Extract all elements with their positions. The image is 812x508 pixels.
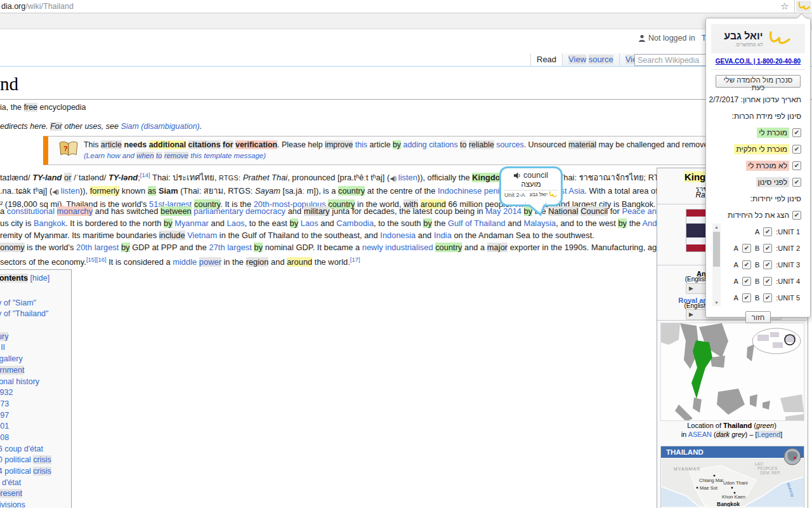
contents-item[interactable]: 7 to 2001: [0, 421, 71, 432]
unit-part-letter: A: [734, 277, 738, 285]
contents-item[interactable]: d government: [0, 365, 71, 377]
unit-part-letter: B: [755, 294, 759, 302]
svg-text:Chiang Mai: Chiang Mai: [699, 478, 723, 483]
tab-read[interactable]: Read: [530, 53, 562, 67]
contents-item[interactable]: mology of "Siam": [0, 298, 71, 309]
units-list: UNIT 1:✔AUNIT 2:✔B✔AUNIT 3:✔B✔AUNIT 4:✔B…: [712, 224, 801, 306]
svg-text:DEM. REP.: DEM. REP.: [760, 471, 781, 475]
contents-hide-toggle[interactable]: [hide]: [30, 274, 50, 283]
article-text-line: remity of Myanmar. Its maritime boundari…: [0, 229, 739, 241]
show-all-units-label: הצג את כל היחידות: [728, 211, 789, 220]
contents-item[interactable]: h century: [0, 331, 71, 343]
unit-checkbox[interactable]: ✔: [763, 244, 772, 253]
filter-checkbox[interactable]: ✔: [792, 178, 801, 187]
contents-item[interactable]: 8–2010 political crisis: [0, 455, 71, 466]
url-path: /wiki/Thailand: [25, 2, 74, 11]
bookmarks-bar[interactable]: [0, 13, 812, 29]
contents-item[interactable]: mology of "Thailand": [0, 309, 71, 320]
filter-checkbox[interactable]: ✔: [792, 128, 801, 137]
article-text-line: onomy is the world's 20th largest by GDP…: [0, 241, 733, 253]
cia-map-body: MYANMAR LAO PEOPLE'S DEM. REP. Chiang Ma…: [661, 458, 804, 507]
unit-checkbox[interactable]: ✔: [763, 293, 772, 302]
contents-item[interactable]: nstitutional history: [0, 377, 71, 388]
book-question-icon: ?: [58, 141, 79, 157]
browser-url-bar[interactable]: dia.org/wiki/Thailand ☆: [0, 0, 812, 13]
tooltip-brand: יואל גבע: [530, 191, 558, 198]
unit-part-letter: B: [755, 261, 759, 269]
familiarity-filters: ✔מוכרת לי✔מוכרת לי חלקית✔לא מוכרת לי✔לפנ…: [706, 128, 810, 187]
contents-box: Contents [hide] ymology of "Siam"mology …: [0, 269, 72, 508]
unit-checkbox[interactable]: ✔: [742, 277, 751, 286]
back-button[interactable]: חזור: [745, 311, 771, 323]
show-all-units-checkbox[interactable]: ✔: [792, 211, 801, 220]
phone-link[interactable]: 1-800-20-40-80 | GEVA.CO.IL: [706, 58, 810, 65]
bookmark-star-icon[interactable]: ☆: [780, 1, 789, 12]
scroll-down-icon[interactable]: ▼: [712, 300, 721, 305]
contents-list: ymology of "Siam"mology of "Thailand"h c…: [0, 286, 71, 508]
article-text-line: sectors of the economy.[15][16] It is co…: [0, 253, 733, 268]
site-subtitle: ia, the free encyclopedia: [0, 103, 86, 112]
url-text[interactable]: dia.org/wiki/Thailand: [1, 2, 74, 11]
unit-checkbox[interactable]: ✔: [742, 244, 751, 253]
contents-header: Contents [hide]: [0, 274, 71, 283]
unit-checkbox[interactable]: ✔: [742, 260, 751, 269]
translation-tooltip: council מועצה Unit 2-A יואל גבע: [499, 166, 563, 206]
contents-item[interactable]: y: [0, 286, 71, 298]
filter-checkbox[interactable]: ✔: [792, 161, 801, 170]
brand-tagline: לא מתפשרים.: [724, 42, 763, 48]
contents-item[interactable]: .1 2006 coup d'état: [0, 444, 71, 455]
scroll-up-icon[interactable]: ▲: [712, 225, 721, 229]
unit-part-letter: A: [755, 228, 759, 236]
tab-view-source[interactable]: View source: [562, 53, 619, 67]
filter-label: מוכרת לי: [757, 128, 789, 138]
unit-part-letter: B: [755, 277, 759, 285]
tooltip-word-row: council: [501, 171, 561, 180]
unit-row: UNIT 5:✔B✔A: [723, 290, 801, 306]
contents-item[interactable]: 3–2014 political crisis: [0, 466, 71, 478]
unit-checkbox[interactable]: ✔: [763, 277, 772, 286]
filter-units-label: סינון לפי יחידות:: [706, 194, 810, 203]
scrollbar-thumb[interactable]: [713, 232, 720, 267]
units-scrollbar[interactable]: ▲ ▼: [712, 224, 721, 306]
play-icon[interactable]: ▶: [689, 285, 693, 291]
svg-text:Mae Sot: Mae Sot: [700, 485, 718, 491]
unit-checkbox[interactable]: ✔: [763, 260, 772, 269]
paragraph-3: onomy is the world's 20th largest by GDP…: [0, 241, 733, 268]
play-icon[interactable]: ▶: [689, 311, 693, 318]
filter-label: לא מוכרת לי: [746, 161, 789, 171]
contents-item[interactable]: 4 coup d'état: [0, 478, 71, 489]
tooltip-brand-name: יואל גבע: [530, 192, 547, 197]
paragraph-2: a constitutional monarchy and has switch…: [0, 205, 739, 241]
user-icon: [638, 34, 646, 42]
contents-item[interactable]: ative divisions: [0, 500, 71, 508]
filter-familiarity-label: סינון לפי מידת הכרות:: [706, 112, 810, 121]
tooltip-footer: Unit 2-A יואל גבע: [501, 190, 561, 198]
contents-item[interactable]: ld War II: [0, 342, 71, 354]
contents-item[interactable]: 2 to 1973: [0, 399, 71, 410]
extension-icon[interactable]: [796, 1, 811, 12]
contents-item[interactable]: 3 to 1997: [0, 410, 71, 422]
unit-label: UNIT 4:: [776, 277, 800, 285]
map-caption-2: in ASEAN (dark grey) – [Legend]: [657, 431, 806, 438]
thailand-cia-map[interactable]: THAILAND MYANMAR LAO PEOPLE'S DEM. REP. …: [660, 446, 804, 508]
contents-item[interactable]: torical gallery: [0, 354, 71, 365]
filter-checkbox[interactable]: ✔: [792, 145, 801, 154]
personal-bar: Not logged in Talk: [638, 34, 716, 43]
last-update-label: תאריך עדכון אחרון: 2/7/2017: [706, 95, 810, 104]
svg-text:MYANMAR: MYANMAR: [674, 467, 700, 471]
unit-part-letter: B: [755, 244, 759, 252]
contents-item[interactable]: [0, 320, 71, 331]
unit-label: UNIT 1:: [776, 228, 800, 236]
location-map[interactable]: [660, 323, 804, 421]
contents-item[interactable]: 1 to 2008: [0, 432, 71, 444]
cia-map-header: THAILAND: [661, 446, 804, 458]
unit-checkbox[interactable]: ✔: [763, 227, 772, 236]
contents-item[interactable]: June 1932: [0, 387, 71, 399]
contents-item[interactable]: 14 to present: [0, 488, 71, 500]
unit-row: UNIT 1:✔A: [723, 224, 801, 240]
brand-swoosh-icon: [548, 191, 558, 198]
speaker-icon[interactable]: [514, 172, 521, 179]
svg-text:LAO: LAO: [755, 462, 763, 466]
sync-button[interactable]: סנכרן מול הלומדה שלי כעת: [716, 75, 801, 88]
unit-checkbox[interactable]: ✔: [742, 293, 751, 302]
